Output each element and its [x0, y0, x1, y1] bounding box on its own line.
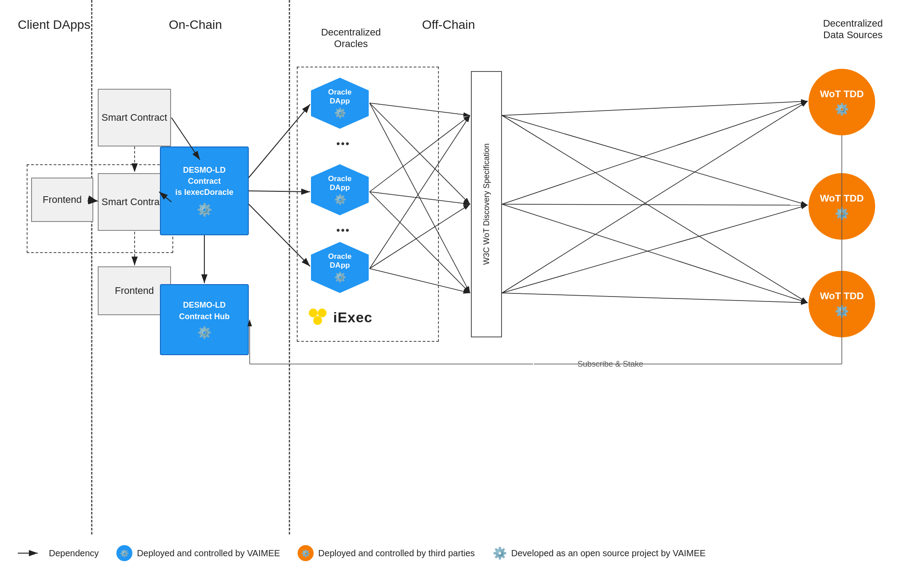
blue-circle-legend: ⚙️ [116, 545, 132, 561]
svg-point-2 [313, 316, 322, 325]
divider-1 [91, 0, 92, 534]
legend-wot: ⚙️ Developed as an open source project b… [493, 546, 706, 560]
dec-oracles-label: DecentralizedOracles [307, 27, 395, 50]
wot-icon-legend: ⚙️ [493, 546, 507, 560]
svg-line-23 [502, 101, 808, 204]
svg-line-27 [502, 205, 808, 293]
client-dapps-label: Client DApps [18, 18, 90, 32]
svg-point-1 [318, 309, 327, 317]
legend-dependency: Dependency [18, 548, 99, 558]
oracle-dapp-3: OracleDApp ⚙️ [311, 242, 369, 293]
oracle-dapp-1: OracleDApp ⚙️ [311, 78, 369, 129]
svg-line-28 [502, 293, 808, 303]
wot-tdd-1: WoT TDD ⚙️ [808, 69, 875, 135]
frontend-1: Frontend [31, 178, 93, 222]
dots-1: ••• [336, 138, 350, 150]
desmo-ld-main: DESMO-LDContractis IexecDoracle ⚙️ [160, 146, 249, 235]
svg-point-0 [309, 309, 318, 317]
svg-line-25 [502, 204, 808, 303]
w3c-box: W3C WoT Discovery Specification [471, 71, 502, 337]
off-chain-label: Off-Chain [422, 18, 475, 32]
dots-2: ••• [336, 224, 350, 237]
svg-line-24 [502, 204, 808, 205]
legend-orange: ⚙️ Deployed and controlled by third part… [298, 545, 474, 561]
oracle-dapp-2: OracleDApp ⚙️ [311, 164, 369, 215]
legend: Dependency ⚙️ Deployed and controlled by… [18, 545, 705, 561]
smart-contract-1: Smart Contract [98, 89, 171, 146]
divider-2 [289, 0, 290, 534]
desmo-ld-hub: DESMO-LDContract Hub ⚙️ [160, 284, 249, 355]
wot-tdd-2: WoT TDD ⚙️ [808, 173, 875, 240]
svg-line-20 [502, 101, 808, 115]
on-chain-label: On-Chain [169, 18, 222, 32]
diagram-container: Client DApps On-Chain Off-Chain Decentra… [0, 0, 924, 570]
svg-line-22 [502, 115, 808, 303]
iexec-logo: iExec [307, 306, 373, 329]
svg-line-26 [502, 101, 808, 293]
legend-blue: ⚙️ Deployed and controlled by VAIMEE [116, 545, 280, 561]
wot-tdd-3: WoT TDD ⚙️ [808, 271, 875, 337]
svg-line-21 [502, 115, 808, 205]
orange-circle-legend: ⚙️ [298, 545, 314, 561]
dec-data-label: DecentralizedData Sources [808, 18, 897, 41]
subscribe-stake-label: Subscribe & Stake [578, 360, 643, 369]
